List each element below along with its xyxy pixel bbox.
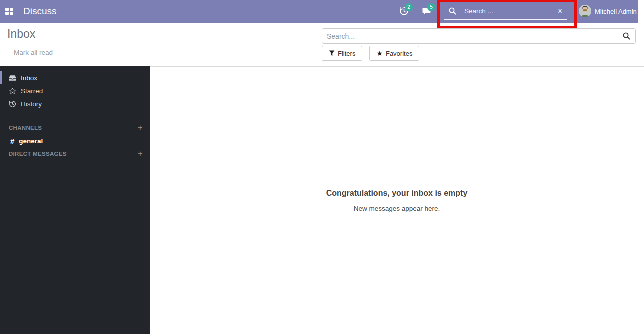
inbox-icon xyxy=(9,74,16,82)
history-icon xyxy=(9,100,16,108)
page-title[interactable]: Inbox xyxy=(8,28,36,41)
add-channel-icon[interactable]: + xyxy=(138,124,143,132)
channel-label: general xyxy=(19,138,43,145)
empty-state-subtitle: New messages appear here. xyxy=(354,205,440,212)
dm-header-label: DIRECT MESSAGES xyxy=(9,151,67,157)
thread-panel: Congratulations, your inbox is empty New… xyxy=(150,66,644,334)
navbar-search: X xyxy=(444,2,567,20)
dm-section-header: DIRECT MESSAGES + xyxy=(0,148,150,160)
content-area: Inbox Starred History CHANNELS + # gener… xyxy=(0,66,644,334)
filters-label: Filters xyxy=(338,50,356,58)
clear-search-icon[interactable]: X xyxy=(558,8,562,15)
activity-count-badge: 2 xyxy=(405,4,413,12)
apps-menu-icon[interactable] xyxy=(6,8,14,16)
top-navbar: Discuss 2 5 X xyxy=(0,0,638,23)
favorites-label: Favorites xyxy=(386,50,412,58)
channels-header-label: CHANNELS xyxy=(9,125,42,131)
user-menu[interactable]: Mitchell Admin xyxy=(595,8,637,16)
search-icon[interactable] xyxy=(622,32,631,40)
app-title[interactable]: Discuss xyxy=(24,6,57,17)
hash-icon: # xyxy=(10,137,14,146)
search-icon xyxy=(448,7,457,16)
message-count-badge: 5 xyxy=(428,4,436,12)
discuss-sidebar: Inbox Starred History CHANNELS + # gener… xyxy=(0,66,150,334)
mark-all-read-button[interactable]: Mark all read xyxy=(14,49,53,56)
channels-section-header: CHANNELS + xyxy=(0,122,150,134)
filter-funnel-icon xyxy=(329,50,335,56)
star-icon: ★ xyxy=(376,50,383,58)
sidebar-item-label: Starred xyxy=(21,88,43,95)
sidebar-item-history[interactable]: History xyxy=(0,98,150,110)
sidebar-item-inbox[interactable]: Inbox xyxy=(0,72,150,84)
view-search-box xyxy=(322,28,636,44)
add-dm-icon[interactable]: + xyxy=(138,150,143,158)
sidebar-item-label: Inbox xyxy=(21,74,38,82)
search-options: Filters ★ Favorites xyxy=(322,46,420,61)
favorites-button[interactable]: ★ Favorites xyxy=(370,46,420,61)
filters-button[interactable]: Filters xyxy=(322,46,362,61)
navbar-search-input[interactable] xyxy=(457,8,556,15)
sidebar-item-label: History xyxy=(21,100,42,108)
star-icon xyxy=(9,88,16,95)
messages-menu[interactable]: 5 xyxy=(422,6,432,16)
user-avatar[interactable] xyxy=(579,5,592,18)
control-panel: Inbox Mark all read Filters ★ Favorites xyxy=(0,23,638,66)
channel-general[interactable]: # general xyxy=(0,134,150,148)
activities-menu[interactable]: 2 xyxy=(400,6,410,16)
sidebar-item-starred[interactable]: Starred xyxy=(0,84,150,98)
empty-state-title: Congratulations, your inbox is empty xyxy=(326,189,468,198)
view-search-input[interactable] xyxy=(322,32,622,40)
